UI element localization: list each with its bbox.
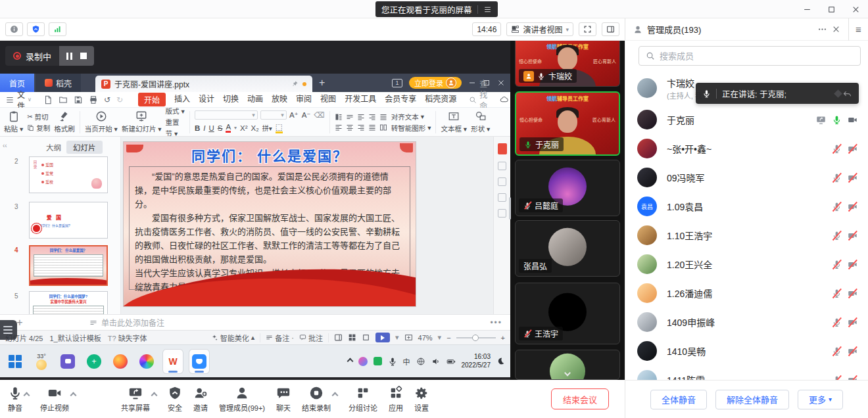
view-mode-select[interactable]: 演讲者视图 ▾ [506, 22, 573, 36]
more-options-icon[interactable] [817, 24, 827, 34]
network-icon[interactable] [416, 357, 425, 366]
pause-recording-button[interactable] [66, 53, 72, 60]
promo-icon[interactable] [498, 143, 507, 154]
toolbar-mute[interactable]: 静音 [8, 386, 29, 413]
strikethrough-button[interactable]: S [218, 124, 223, 132]
toolbar-settings[interactable]: 设置 [414, 386, 429, 413]
mic-muted-icon[interactable] [832, 202, 842, 212]
smart-graphic-button[interactable]: 转智能图形 ▾ [391, 123, 431, 133]
video-tile-吕懿庭[interactable]: 吕懿庭 [515, 160, 620, 216]
redo-icon[interactable]: ↻ [116, 95, 123, 104]
toolbar-members[interactable]: 管理成员(99+) [219, 386, 265, 413]
new-tab-button[interactable]: + [319, 77, 325, 89]
fullscreen-button[interactable] [579, 22, 596, 36]
toolbar-settings-button[interactable]: 设置 [414, 386, 429, 413]
member-row[interactable]: 于克丽 [625, 105, 868, 134]
close-button[interactable] [852, 5, 860, 14]
folder-icon[interactable] [59, 95, 68, 104]
floating-toolbar-widget[interactable] [0, 320, 17, 340]
properties-icon[interactable] [498, 162, 506, 170]
toolbar-stop-record[interactable]: 结束录制 [302, 386, 337, 413]
comments-toggle[interactable]: 批注 [299, 333, 323, 343]
stop-recording-button[interactable] [80, 53, 87, 59]
wps-menu-7[interactable]: 视图 [320, 93, 336, 106]
highlight-button[interactable]: ⬚ [276, 122, 283, 133]
toolbar-security[interactable]: 安全 [168, 386, 182, 413]
toolbar-breakout-button[interactable]: 分组讨论 [349, 386, 377, 413]
bullet-list-icon[interactable] [335, 113, 343, 121]
end-meeting-button[interactable]: 结束会议 [551, 388, 609, 409]
clock[interactable]: 16:032022/5/27 [462, 353, 491, 369]
toolbar-breakout[interactable]: 分组讨论 [349, 386, 377, 413]
play-from-page-button[interactable]: 当页开始 ▾ [85, 110, 118, 133]
zoom-slider[interactable] [456, 337, 496, 338]
video-tile-more[interactable] [515, 350, 620, 380]
search-input[interactable] [660, 51, 854, 61]
mic-muted-icon[interactable] [832, 375, 842, 381]
notes-more-icon[interactable]: ••• [490, 318, 502, 327]
cut-button[interactable]: ✂剪切 [27, 112, 50, 122]
wps-menu-5[interactable]: 放映 [272, 93, 287, 106]
toolbar-stop-video[interactable]: 停止视频 [40, 386, 76, 413]
slide-thumbnail-5[interactable]: 同学们：什么是中国梦?实现中华民族伟大复兴 [29, 291, 108, 314]
login-button[interactable]: 立即登录 [409, 77, 462, 89]
focus-assist-moon-icon[interactable] [496, 357, 505, 365]
slide-thumbnail-2[interactable]: 目录爱国爱党爱校 [29, 156, 108, 193]
wps-docer-tab[interactable]: 稻壳 [36, 74, 81, 92]
video-tile-卞瑞姣[interactable]: 领航辅导员工作室恒心担使命匠心育新人卞瑞姣 [515, 41, 620, 87]
design-tool-icon[interactable] [498, 193, 506, 202]
start-button[interactable] [5, 350, 25, 373]
toolbar-apps-button[interactable]: 应用 [389, 386, 403, 413]
battery-icon[interactable] [446, 357, 456, 366]
sorter-view-icon[interactable] [348, 333, 356, 342]
member-row[interactable]: 1.20王兴全 [625, 250, 868, 279]
slideshow-button[interactable] [375, 333, 390, 342]
panel-resize-handle[interactable] [509, 197, 511, 220]
indent-increase-icon[interactable] [368, 113, 376, 121]
window-count-badge[interactable]: 1 [392, 79, 402, 87]
indent-decrease-icon[interactable] [357, 113, 365, 121]
member-row[interactable]: 1.10王浩宇 [625, 221, 868, 250]
tray-app-icon[interactable] [358, 357, 368, 366]
ime-indicator[interactable]: 中 [403, 356, 410, 367]
member-row[interactable]: 1409申振峰 [625, 308, 868, 337]
member-row[interactable]: 袁昌1.09袁昌 [625, 192, 868, 221]
camera-muted-icon[interactable] [848, 173, 857, 183]
video-tile-张昌弘[interactable]: 张昌弘 [515, 220, 620, 277]
animation-icon[interactable] [498, 177, 506, 186]
subscript-button[interactable]: X₂ [251, 124, 259, 132]
font-size-select[interactable]: ▾ [260, 110, 287, 120]
network-quality-button[interactable] [49, 22, 66, 36]
notes-input[interactable]: 单击此处添加备注 [89, 317, 164, 328]
slide-thumbnail-4[interactable]: 同学们： 什么是爱国？ [29, 245, 108, 286]
line-spacing-icon[interactable] [379, 113, 387, 121]
clear-format-button[interactable]: ⌫ [314, 110, 324, 120]
wps-menu-6[interactable]: 审阅 [296, 93, 312, 106]
notes-toggle[interactable]: 备注 · [266, 333, 294, 343]
expand-chevron-icon[interactable] [333, 388, 337, 400]
expand-chevron-icon[interactable] [71, 388, 76, 400]
camera-muted-icon[interactable] [848, 346, 857, 356]
volume-icon[interactable] [431, 357, 441, 366]
tray-expand-icon[interactable] [347, 358, 353, 365]
tray-security-icon[interactable] [374, 357, 382, 365]
align-right-icon[interactable] [357, 124, 365, 131]
camera-muted-icon[interactable] [848, 289, 857, 298]
zoom-out-button[interactable]: − [446, 334, 450, 342]
slide-title[interactable]: 同学们： 什么是爱国？ [124, 145, 416, 165]
unmute-all-button[interactable]: 解除全体静音 [715, 390, 789, 409]
fit-window-icon[interactable] [404, 333, 413, 342]
bold-button[interactable]: B [195, 124, 200, 132]
copy-button[interactable]: 复制 [27, 123, 50, 133]
save-icon[interactable] [74, 95, 83, 104]
color-wheel-icon[interactable] [137, 350, 157, 373]
missing-font-warning[interactable]: T? 缺失字体 [108, 333, 147, 343]
toolbar-chat[interactable]: 聊天 [276, 386, 291, 413]
increase-font-button[interactable]: A⁺ [289, 110, 299, 120]
layout-button[interactable]: 版式 ▾ [166, 108, 185, 116]
camera-muted-icon[interactable] [848, 202, 857, 212]
member-row[interactable]: 1411陈雪 [625, 365, 868, 380]
mic-muted-icon[interactable] [832, 346, 842, 356]
wps-menu-1[interactable]: 插入 [174, 93, 190, 106]
phonetic-button[interactable]: 拼▾ [262, 123, 272, 133]
